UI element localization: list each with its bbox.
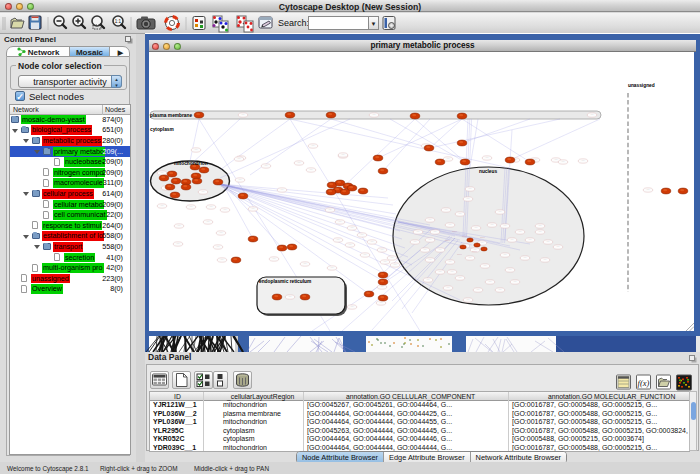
svg-text:···: ··· [447, 286, 450, 290]
svg-text:···: ··· [371, 240, 374, 244]
svg-text:···: ··· [373, 113, 376, 117]
svg-text:···: ··· [429, 218, 432, 222]
svg-text:......: ...... [457, 252, 462, 256]
svg-text:···: ··· [555, 158, 558, 162]
svg-text:···: ··· [349, 243, 352, 247]
svg-text:···: ··· [312, 144, 315, 148]
svg-text:···: ··· [544, 258, 547, 262]
svg-text:···: ··· [239, 178, 242, 182]
svg-text:···: ··· [177, 242, 180, 246]
svg-text:···: ··· [217, 245, 220, 249]
svg-text:···: ··· [529, 238, 532, 242]
svg-text:unassigned: unassigned [628, 83, 655, 88]
svg-text:···: ··· [514, 280, 517, 284]
svg-text:......: ...... [445, 238, 450, 242]
svg-text:···: ··· [238, 157, 241, 161]
svg-text:···: ··· [178, 224, 181, 228]
svg-text:···: ··· [439, 270, 442, 274]
svg-text:···: ··· [351, 226, 354, 230]
svg-text:···: ··· [339, 220, 342, 224]
svg-text:···: ··· [351, 305, 354, 309]
svg-text:···: ··· [391, 256, 394, 260]
svg-text:···: ··· [289, 295, 292, 299]
svg-text:···: ··· [447, 157, 450, 161]
svg-text:......: ...... [452, 229, 457, 233]
svg-text:···: ··· [445, 208, 448, 212]
svg-text:1:1: 1:1 [115, 19, 122, 24]
svg-text:mitochondrion: mitochondrion [174, 161, 208, 166]
svg-text:f(x): f(x) [638, 378, 650, 388]
svg-text:···: ··· [429, 238, 432, 242]
svg-text:···: ··· [380, 301, 383, 305]
svg-text:......: ...... [462, 234, 467, 238]
svg-text:···: ··· [207, 220, 210, 224]
svg-text:···: ··· [221, 258, 224, 262]
svg-text:···: ··· [364, 253, 367, 257]
svg-text:···: ··· [381, 248, 384, 252]
svg-text:···: ··· [486, 156, 489, 160]
svg-text:···: ··· [417, 230, 420, 234]
svg-text:···: ··· [361, 233, 364, 237]
svg-text:···: ··· [582, 159, 585, 163]
svg-text:···: ··· [342, 153, 345, 157]
svg-text:···: ··· [451, 270, 454, 274]
svg-text:···: ··· [331, 266, 334, 270]
svg-text:···: ··· [511, 238, 514, 242]
svg-text:···: ··· [434, 230, 437, 234]
svg-text:cytoplasm: cytoplasm [150, 127, 174, 132]
svg-text:···: ··· [591, 113, 594, 117]
svg-text:···: ··· [281, 188, 284, 192]
svg-text:···: ··· [427, 278, 430, 282]
svg-text:···: ··· [224, 208, 227, 212]
svg-text:···: ··· [449, 260, 452, 264]
svg-text:···: ··· [499, 210, 502, 214]
svg-text:···: ··· [475, 226, 478, 230]
svg-text:···: ··· [304, 262, 307, 266]
svg-text:···: ··· [310, 168, 313, 172]
svg-text:···: ··· [539, 230, 542, 234]
svg-text:···: ··· [414, 240, 417, 244]
svg-text:......: ...... [480, 235, 485, 239]
svg-text:···: ··· [449, 223, 452, 227]
svg-text:···: ··· [647, 188, 650, 192]
svg-text:···: ··· [469, 187, 472, 191]
svg-text:···: ··· [384, 260, 387, 264]
svg-text:···: ··· [504, 224, 507, 228]
svg-text:···: ··· [381, 285, 384, 289]
svg-text:···: ··· [273, 257, 276, 261]
svg-text:···: ··· [509, 268, 512, 272]
svg-text:···: ··· [252, 207, 255, 211]
svg-text:···: ··· [394, 263, 397, 267]
svg-text:···: ··· [337, 238, 340, 242]
svg-text:···: ··· [429, 258, 432, 262]
svg-text:···: ··· [484, 264, 487, 268]
svg-text:nucleus: nucleus [479, 169, 497, 174]
svg-text:···: ··· [467, 197, 470, 201]
svg-text:···: ··· [220, 231, 223, 235]
svg-text:···: ··· [489, 280, 492, 284]
svg-text:···: ··· [459, 212, 462, 216]
svg-text:···: ··· [519, 230, 522, 234]
svg-text:···: ··· [329, 208, 332, 212]
svg-text:plasma membrane: plasma membrane [150, 113, 192, 118]
svg-text:···: ··· [491, 223, 494, 227]
svg-text:···: ··· [210, 205, 213, 209]
svg-text:···: ··· [161, 204, 164, 208]
svg-text:···: ··· [190, 205, 193, 209]
svg-text:···: ··· [504, 253, 507, 257]
svg-text:......: ...... [472, 249, 477, 253]
svg-text:···: ··· [499, 288, 502, 292]
svg-text:···: ··· [539, 224, 542, 228]
svg-text:···: ··· [195, 148, 198, 152]
svg-text:···: ··· [547, 240, 550, 244]
svg-text:···: ··· [242, 113, 245, 117]
svg-text:···: ··· [469, 256, 472, 260]
svg-text:···: ··· [524, 256, 527, 260]
svg-text:···: ··· [481, 241, 484, 245]
svg-text:···: ··· [298, 161, 301, 165]
svg-text:···: ··· [265, 164, 268, 168]
svg-text:···: ··· [477, 288, 480, 292]
svg-text:···: ··· [439, 248, 442, 252]
svg-text:···: ··· [467, 298, 470, 302]
svg-text:endoplasmic reticulum: endoplasmic reticulum [259, 279, 311, 284]
